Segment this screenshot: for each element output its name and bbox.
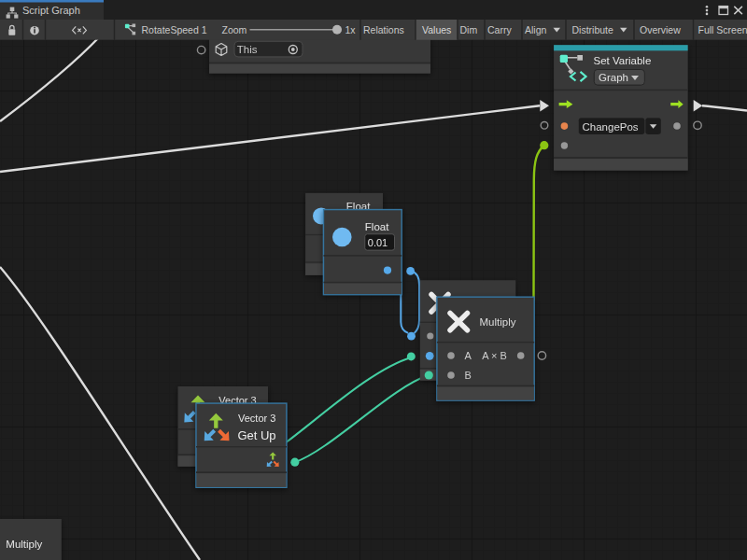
svg-text:Script Graph: Script Graph [22, 5, 80, 16]
svg-text:This: This [237, 44, 258, 55]
svg-text:B: B [465, 370, 472, 381]
svg-text:ChangePos: ChangePos [583, 121, 639, 133]
svg-text:Overview: Overview [640, 24, 681, 35]
svg-text:Get Up: Get Up [237, 428, 275, 442]
svg-text:Zoom: Zoom [222, 24, 247, 35]
svg-text:Align: Align [525, 24, 547, 35]
svg-text:0.01: 0.01 [368, 237, 388, 248]
svg-text:A: A [465, 350, 472, 361]
svg-text:Graph: Graph [599, 72, 628, 83]
svg-text:Carry: Carry [487, 24, 512, 35]
svg-text:Multiply: Multiply [6, 539, 42, 550]
svg-text:1x: 1x [345, 24, 357, 35]
svg-text:Full Screen: Full Screen [698, 24, 747, 35]
svg-text:Vector 3: Vector 3 [238, 413, 275, 424]
svg-text:RotateSpeed 1: RotateSpeed 1 [142, 24, 207, 35]
svg-text:Dim: Dim [460, 24, 478, 35]
svg-text:Distribute: Distribute [572, 24, 614, 35]
svg-text:Float: Float [365, 221, 389, 232]
svg-text:Relations: Relations [363, 24, 404, 35]
svg-text:Set Variable: Set Variable [594, 55, 652, 66]
svg-text:Multiply: Multiply [480, 316, 516, 328]
svg-text:Values: Values [422, 24, 451, 35]
svg-text:A × B: A × B [482, 350, 507, 361]
